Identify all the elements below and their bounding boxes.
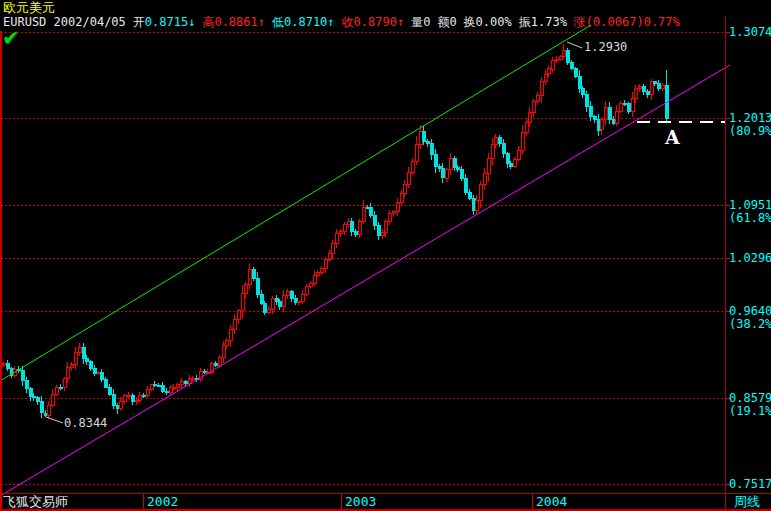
candle[interactable] — [176, 383, 179, 391]
candle[interactable] — [600, 117, 603, 135]
candle[interactable] — [396, 198, 399, 217]
candle[interactable] — [169, 385, 172, 395]
candle[interactable] — [199, 368, 202, 383]
annotation-low-price[interactable]: 0.8344 — [64, 417, 107, 430]
candle[interactable] — [248, 263, 251, 290]
candle[interactable] — [161, 382, 164, 392]
candle[interactable] — [532, 99, 535, 117]
candle[interactable] — [619, 101, 622, 113]
candle[interactable] — [377, 222, 380, 240]
candle[interactable] — [562, 44, 565, 59]
candle[interactable] — [392, 210, 395, 217]
candle[interactable] — [229, 325, 232, 347]
candle[interactable] — [415, 136, 418, 165]
candle[interactable] — [51, 389, 54, 407]
candle[interactable] — [267, 306, 270, 315]
candle[interactable] — [153, 381, 156, 386]
candle[interactable] — [350, 218, 353, 236]
candle[interactable] — [646, 89, 649, 97]
annotation-point-a[interactable]: A — [665, 127, 680, 147]
candle[interactable] — [59, 384, 62, 390]
candle[interactable] — [430, 139, 433, 160]
candle[interactable] — [426, 139, 429, 146]
candle[interactable] — [104, 377, 107, 389]
candle[interactable] — [112, 389, 115, 409]
candle[interactable] — [123, 394, 126, 404]
candle[interactable] — [89, 360, 92, 371]
candle[interactable] — [21, 366, 24, 386]
candle[interactable] — [263, 301, 266, 315]
candle[interactable] — [70, 362, 73, 371]
candle[interactable] — [642, 84, 645, 95]
candle[interactable] — [180, 378, 183, 388]
candle[interactable] — [585, 91, 588, 112]
candle[interactable] — [555, 56, 558, 63]
candle[interactable] — [335, 229, 338, 248]
candle[interactable] — [40, 396, 43, 418]
candle[interactable] — [362, 200, 365, 224]
candle[interactable] — [627, 102, 630, 113]
candle[interactable] — [47, 401, 50, 419]
candle[interactable] — [479, 181, 482, 208]
candle[interactable] — [657, 80, 660, 91]
timeframe-label[interactable]: 周线 — [734, 494, 760, 510]
candle[interactable] — [449, 153, 452, 175]
candle[interactable] — [210, 362, 213, 374]
candle[interactable] — [593, 115, 596, 123]
candle[interactable] — [290, 290, 293, 303]
candle[interactable] — [623, 100, 626, 106]
candle[interactable] — [540, 77, 543, 102]
candle[interactable] — [460, 166, 463, 181]
candle[interactable] — [286, 289, 289, 299]
candle[interactable] — [237, 309, 240, 324]
candle[interactable] — [661, 83, 664, 91]
candle[interactable] — [411, 158, 414, 174]
candle[interactable] — [407, 167, 410, 188]
candle[interactable] — [305, 284, 308, 296]
candle[interactable] — [358, 219, 361, 238]
candle[interactable] — [604, 101, 607, 125]
candle[interactable] — [464, 174, 467, 195]
candle[interactable] — [309, 281, 312, 288]
candle[interactable] — [638, 84, 641, 92]
candle[interactable] — [487, 153, 490, 182]
candle[interactable] — [517, 146, 520, 161]
candle[interactable] — [324, 257, 327, 273]
candle[interactable] — [301, 290, 304, 304]
candle[interactable] — [165, 388, 168, 395]
candle[interactable] — [142, 393, 145, 398]
candle[interactable] — [214, 361, 217, 367]
candle[interactable] — [343, 222, 346, 235]
candle[interactable] — [282, 290, 285, 312]
candle[interactable] — [294, 295, 297, 305]
candle[interactable] — [615, 105, 618, 126]
candle[interactable] — [260, 290, 263, 305]
candle[interactable] — [2, 362, 5, 367]
candle[interactable] — [608, 102, 611, 123]
candle[interactable] — [373, 211, 376, 230]
candle[interactable] — [119, 397, 122, 411]
candle[interactable] — [78, 343, 81, 356]
candle[interactable] — [256, 272, 259, 299]
candle[interactable] — [320, 266, 323, 275]
candle[interactable] — [74, 347, 77, 370]
candle[interactable] — [388, 210, 391, 225]
candle[interactable] — [100, 369, 103, 382]
candle[interactable] — [521, 125, 524, 156]
candle[interactable] — [131, 393, 134, 405]
candle[interactable] — [570, 60, 573, 71]
candle[interactable] — [513, 157, 516, 168]
candle[interactable] — [339, 229, 342, 237]
channel-lower-trendline[interactable] — [0, 65, 730, 496]
candle[interactable] — [574, 67, 577, 79]
candle[interactable] — [25, 377, 28, 393]
candle[interactable] — [483, 168, 486, 189]
annotation-high-price[interactable]: 1.2930 — [584, 41, 627, 54]
candle[interactable] — [434, 149, 437, 173]
candle[interactable] — [55, 385, 58, 396]
candle[interactable] — [551, 57, 554, 73]
candle[interactable] — [6, 360, 9, 371]
candle[interactable] — [157, 383, 160, 386]
candle[interactable] — [468, 189, 471, 200]
candle[interactable] — [536, 92, 539, 105]
